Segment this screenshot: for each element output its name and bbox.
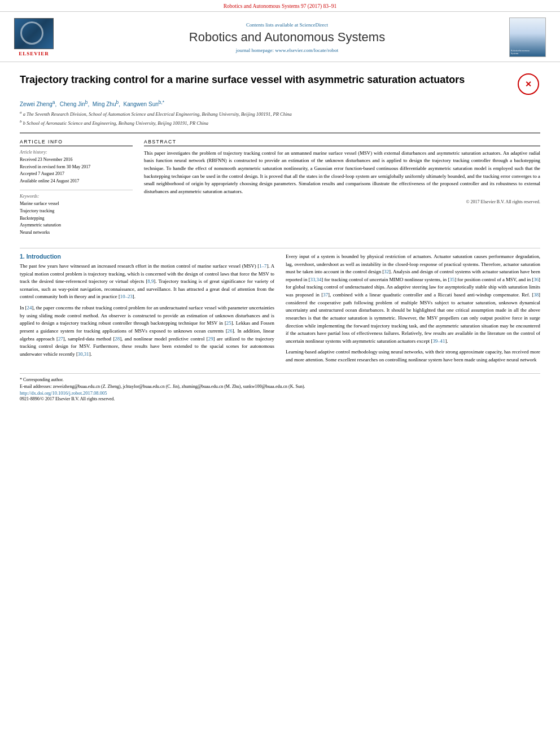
homepage-url[interactable]: www.elsevier.com/locate/robot bbox=[275, 47, 338, 53]
right-para2: Learning-based adaptive control methodol… bbox=[286, 348, 540, 364]
main-content: Trajectory tracking control for a marine… bbox=[0, 62, 560, 408]
body-content: 1. Introduction The past few years have … bbox=[20, 253, 540, 368]
ref-28[interactable]: 28 bbox=[115, 336, 120, 342]
keywords-label: Keywords: bbox=[20, 194, 133, 199]
keywords-group: Keywords: Marine surface vessel Trajecto… bbox=[20, 194, 133, 237]
body-left-col: 1. Introduction The past few years have … bbox=[20, 253, 274, 368]
author-ming[interactable]: Ming Zhu bbox=[93, 101, 116, 107]
article-title-section: Trajectory tracking control for a marine… bbox=[20, 68, 540, 96]
crossmark-icon bbox=[518, 73, 539, 95]
crossmark-badge[interactable] bbox=[518, 73, 540, 96]
available-date: Available online 24 August 2017 bbox=[20, 178, 133, 185]
corresponding-note: * Corresponding author. bbox=[20, 377, 540, 383]
ref-33-34[interactable]: 33,34 bbox=[310, 277, 322, 282]
ref-30-31[interactable]: 30,31 bbox=[78, 351, 89, 357]
header-center: Contents lists available at ScienceDirec… bbox=[68, 18, 506, 57]
elsevier-logo-image bbox=[14, 18, 54, 49]
email-note: E-mail addresses: zeweizheng@buaa.edu.cn… bbox=[20, 383, 540, 390]
journal-thumbnail bbox=[506, 18, 549, 57]
keyword-4: Asymmetric saturation bbox=[20, 222, 133, 229]
affiliation-a: a a The Seventh Research Division, Schoo… bbox=[20, 110, 540, 118]
journal-reference-link[interactable]: Robotics and Autonomous Systems 97 (2017… bbox=[224, 3, 337, 9]
ref-35[interactable]: 35 bbox=[449, 277, 454, 282]
affiliation-b: b b School of Aeronautic Science and Eng… bbox=[20, 119, 540, 127]
journal-title: Robotics and Autonomous Systems bbox=[189, 30, 385, 45]
ref-39-41[interactable]: 39–41 bbox=[432, 338, 445, 344]
sciencedirect-link[interactable]: ScienceDirect bbox=[300, 22, 328, 28]
section-divider bbox=[20, 248, 540, 248]
ref-36[interactable]: 36 bbox=[533, 277, 539, 282]
ref-37[interactable]: 37 bbox=[323, 292, 328, 298]
ref-26[interactable]: 26 bbox=[228, 328, 233, 334]
history-label: Article history: bbox=[20, 150, 133, 155]
author-zewei[interactable]: Zewei Zheng bbox=[20, 101, 53, 107]
contents-text: Contents lists available at bbox=[246, 22, 298, 28]
intro-heading: 1. Introduction bbox=[20, 253, 274, 260]
ref-8-9[interactable]: 8,9 bbox=[147, 278, 154, 284]
ref-1-7[interactable]: 1–7 bbox=[259, 263, 266, 269]
article-info-column: ARTICLE INFO Article history: Received 2… bbox=[20, 139, 133, 241]
journal-homepage: journal homepage: www.elsevier.com/locat… bbox=[236, 47, 338, 53]
keyword-3: Backstepping bbox=[20, 215, 133, 222]
issn-text: 0921-8890/© 2017 Elsevier B.V. All right… bbox=[20, 396, 115, 401]
keyword-1: Marine surface vessel bbox=[20, 200, 133, 208]
accepted-date: Accepted 7 August 2017 bbox=[20, 171, 133, 178]
ref-10-23[interactable]: 10–23 bbox=[120, 294, 133, 299]
article-info-label: ARTICLE INFO bbox=[20, 139, 133, 146]
abstract-column: ABSTRACT This paper investigates the pro… bbox=[144, 139, 540, 241]
abstract-text: This paper investigates the problem of t… bbox=[144, 150, 540, 196]
ref-29[interactable]: 29 bbox=[208, 336, 213, 342]
footnote-section: * Corresponding author. E-mail addresses… bbox=[20, 373, 540, 403]
right-para1: Every input of a system is bounded by ph… bbox=[286, 253, 540, 346]
abstract-label: ABSTRACT bbox=[144, 139, 540, 146]
top-bar: Robotics and Autonomous Systems 97 (2017… bbox=[0, 0, 560, 12]
copyright-text: © 2017 Elsevier B.V. All rights reserved… bbox=[144, 199, 540, 204]
divider-1 bbox=[20, 133, 540, 133]
contents-line: Contents lists available at ScienceDirec… bbox=[246, 22, 328, 28]
doi-link[interactable]: http://dx.doi.org/10.1016/j.robot.2017.0… bbox=[20, 390, 107, 396]
author-cheng[interactable]: Cheng Jin bbox=[60, 101, 85, 107]
ref-25[interactable]: 25 bbox=[226, 320, 231, 326]
received-date: Received 23 November 2016 bbox=[20, 156, 133, 164]
article-title: Trajectory tracking control for a marine… bbox=[20, 73, 509, 86]
ref-24[interactable]: 24 bbox=[27, 305, 32, 311]
article-history: Article history: Received 23 November 20… bbox=[20, 150, 133, 185]
ref-32[interactable]: 32 bbox=[384, 269, 389, 274]
revised-date: Received in revised form 30 May 2017 bbox=[20, 164, 133, 171]
authors-line: Zewei Zhenga, Cheng Jinb, Ming Zhub, Kan… bbox=[20, 99, 540, 107]
elsevier-logo: ELSEVIER bbox=[11, 18, 56, 57]
article-info-abstract: ARTICLE INFO Article history: Received 2… bbox=[20, 139, 540, 241]
body-right-col: Every input of a system is bounded by ph… bbox=[286, 253, 540, 368]
keyword-5: Neural networks bbox=[20, 229, 133, 237]
thumbnail-image bbox=[509, 18, 546, 57]
author-kangwen[interactable]: Kangwen Sun bbox=[123, 101, 158, 107]
intro-para2: In [24], the paper concerns the robust t… bbox=[20, 304, 274, 358]
ref-38[interactable]: 38 bbox=[533, 292, 539, 298]
ref-27[interactable]: 27 bbox=[58, 336, 63, 342]
homepage-label: journal homepage: bbox=[236, 47, 274, 53]
intro-para1: The past few years have witnessed an inc… bbox=[20, 263, 274, 301]
info-divider bbox=[20, 190, 133, 190]
journal-header: ELSEVIER Contents lists available at Sci… bbox=[0, 12, 560, 62]
elsevier-logo-text: ELSEVIER bbox=[19, 51, 49, 56]
keyword-2: Trajectory tracking bbox=[20, 208, 133, 215]
